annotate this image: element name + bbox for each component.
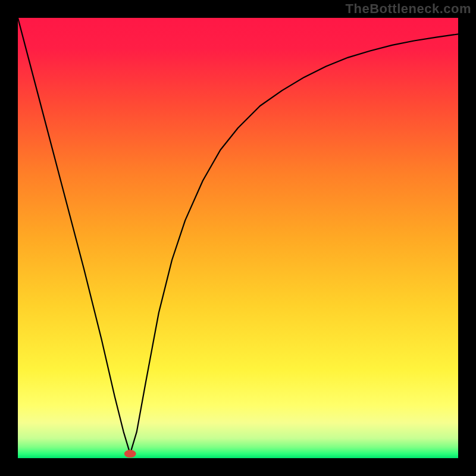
- credit-label: TheBottleneck.com: [346, 1, 471, 17]
- gradient-background: [18, 18, 458, 458]
- plot-area: [18, 18, 458, 458]
- optimal-marker: [124, 450, 136, 458]
- chart-svg: [18, 18, 458, 458]
- chart-container: TheBottleneck.com: [0, 0, 476, 476]
